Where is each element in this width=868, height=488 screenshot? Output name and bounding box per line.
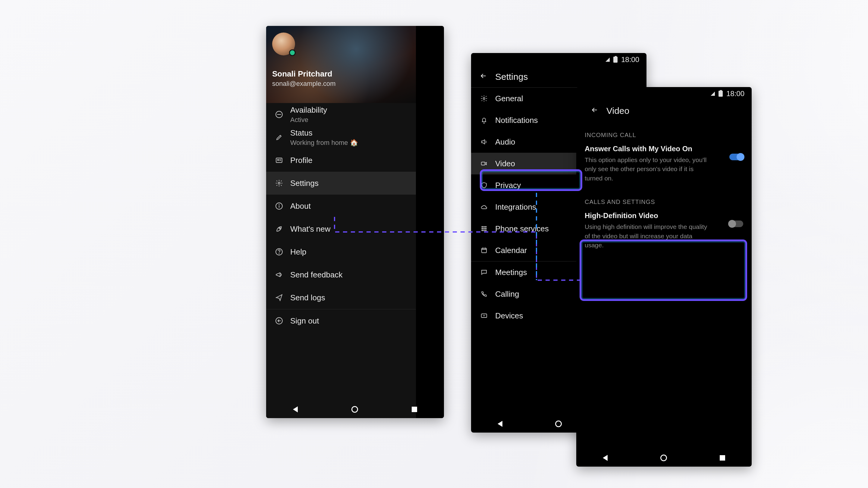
row-status[interactable]: Status Working from home 🏠 bbox=[266, 126, 416, 149]
row-profile[interactable]: Profile bbox=[266, 149, 416, 172]
whatsnew-label: What's new bbox=[290, 224, 331, 234]
nav-back-icon[interactable] bbox=[498, 421, 502, 427]
setting-answer-video[interactable]: Answer Calls with My Video On This optio… bbox=[576, 142, 752, 188]
row-feedback[interactable]: Send feedback bbox=[266, 263, 416, 286]
nav-back-icon[interactable] bbox=[293, 406, 298, 412]
profile-label: Profile bbox=[290, 156, 313, 165]
nav-recent-icon[interactable] bbox=[412, 407, 417, 412]
setting-answer-desc: This option applies only to your video, … bbox=[585, 156, 711, 183]
notifications-label: Notifications bbox=[495, 116, 538, 125]
section-calls-header: CALLS AND SETTINGS bbox=[576, 188, 752, 209]
user-email: sonali@example.com bbox=[272, 80, 410, 88]
setting-hd-title: High-Definition Video bbox=[585, 212, 724, 220]
calendar-label: Calendar bbox=[495, 246, 527, 255]
pencil-icon bbox=[275, 134, 283, 141]
phone-icon bbox=[480, 290, 488, 298]
phone-profile-drawer: Sonali Pritchard sonali@example.com Avai… bbox=[266, 26, 444, 418]
row-whatsnew[interactable]: What's new bbox=[266, 218, 416, 240]
svg-point-10 bbox=[279, 253, 279, 254]
svg-point-18 bbox=[484, 228, 485, 229]
svg-point-3 bbox=[278, 159, 279, 161]
user-name: Sonali Pritchard bbox=[272, 69, 410, 78]
devices-icon bbox=[480, 312, 488, 319]
profile-header: Sonali Pritchard sonali@example.com bbox=[266, 26, 416, 103]
setting-hd-desc: Using high definition will improve the q… bbox=[585, 222, 711, 250]
signal-icon bbox=[606, 58, 610, 62]
speaker-icon bbox=[480, 138, 488, 145]
status-bar: 18:00 bbox=[471, 53, 647, 66]
about-label: About bbox=[290, 201, 311, 211]
chat-icon bbox=[480, 269, 488, 276]
svg-rect-2 bbox=[276, 158, 282, 162]
settings-title: Settings bbox=[495, 72, 528, 82]
nav-home-icon[interactable] bbox=[555, 421, 562, 427]
battery-icon bbox=[718, 91, 723, 97]
svg-point-19 bbox=[486, 228, 487, 229]
svg-point-14 bbox=[482, 227, 483, 227]
setting-hd-video[interactable]: High-Definition Video Using high definit… bbox=[576, 209, 752, 255]
general-label: General bbox=[495, 94, 523, 103]
meetings-label: Meetings bbox=[495, 268, 527, 277]
cloud-icon bbox=[480, 203, 488, 210]
row-signout[interactable]: Sign out bbox=[266, 310, 416, 332]
rocket-icon bbox=[275, 225, 283, 233]
video-icon bbox=[480, 160, 488, 167]
calling-label: Calling bbox=[495, 290, 519, 299]
feedback-label: Send feedback bbox=[290, 270, 342, 280]
row-help[interactable]: Help bbox=[266, 240, 416, 263]
back-arrow-icon[interactable] bbox=[591, 106, 598, 116]
presence-dot bbox=[289, 50, 296, 56]
help-label: Help bbox=[290, 247, 306, 257]
svg-point-21 bbox=[484, 230, 485, 231]
calendar-icon bbox=[480, 247, 488, 254]
avatar[interactable] bbox=[272, 33, 295, 56]
privacy-label: Privacy bbox=[495, 181, 521, 190]
devices-label: Devices bbox=[495, 311, 523, 321]
bell-icon bbox=[480, 117, 488, 124]
audio-label: Audio bbox=[495, 137, 516, 147]
nav-back-icon[interactable] bbox=[603, 455, 608, 461]
signout-icon bbox=[275, 317, 283, 325]
svg-point-4 bbox=[278, 182, 280, 184]
svg-point-20 bbox=[482, 230, 483, 231]
toggle-hd-video[interactable] bbox=[730, 221, 743, 227]
svg-rect-13 bbox=[481, 162, 485, 165]
video-title: Video bbox=[607, 106, 629, 116]
row-about[interactable]: About bbox=[266, 195, 416, 218]
row-settings[interactable]: Settings bbox=[266, 172, 416, 195]
phoneservices-label: Phone services bbox=[495, 224, 549, 233]
nav-home-icon[interactable] bbox=[660, 455, 667, 461]
dialpad-icon bbox=[480, 225, 488, 232]
availability-icon bbox=[275, 110, 283, 119]
send-icon bbox=[275, 294, 283, 301]
gear-icon bbox=[275, 179, 283, 187]
setting-answer-title: Answer Calls with My Video On bbox=[585, 144, 724, 153]
nav-recent-icon[interactable] bbox=[720, 455, 725, 461]
svg-point-8 bbox=[279, 228, 280, 229]
video-label: Video bbox=[495, 159, 515, 168]
settings-label: Settings bbox=[290, 178, 318, 188]
row-logs[interactable]: Send logs bbox=[266, 286, 416, 309]
nav-home-icon[interactable] bbox=[351, 406, 358, 413]
svg-point-7 bbox=[279, 204, 279, 204]
svg-point-16 bbox=[486, 227, 487, 227]
svg-point-12 bbox=[483, 98, 485, 99]
id-card-icon bbox=[275, 156, 283, 164]
svg-point-17 bbox=[482, 228, 483, 229]
megaphone-icon bbox=[275, 271, 283, 279]
svg-point-15 bbox=[484, 227, 485, 227]
clock: 18:00 bbox=[621, 56, 639, 64]
svg-rect-23 bbox=[482, 248, 487, 253]
row-availability[interactable]: Availability Active bbox=[266, 103, 416, 126]
phone-video-settings: 18:00 Video INCOMING CALL Answer Calls w… bbox=[576, 87, 752, 466]
status-label: Status bbox=[290, 128, 358, 138]
android-navbar bbox=[266, 401, 444, 418]
section-incoming-header: INCOMING CALL bbox=[576, 121, 752, 142]
help-icon bbox=[275, 248, 283, 256]
status-bar: 18:00 bbox=[576, 87, 752, 100]
shield-icon bbox=[480, 182, 488, 189]
signal-icon bbox=[711, 92, 715, 96]
info-icon bbox=[275, 202, 283, 210]
toggle-answer-video[interactable] bbox=[730, 154, 743, 160]
back-arrow-icon[interactable] bbox=[479, 72, 487, 82]
